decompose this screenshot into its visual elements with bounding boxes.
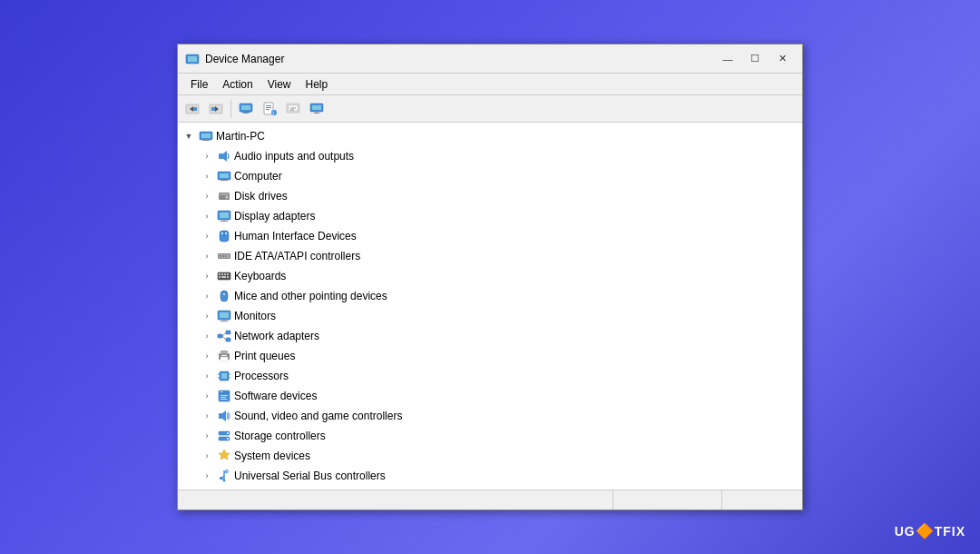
ide-icon [217, 249, 231, 263]
list-item[interactable]: › IDE ATA/ATAPI controllers [178, 246, 802, 266]
expander[interactable]: › [200, 149, 214, 163]
item-label: Keyboards [234, 270, 286, 282]
titlebar-controls: — ☐ ✕ [715, 49, 795, 69]
svg-rect-37 [220, 193, 229, 195]
list-item[interactable]: › Print queues [178, 346, 802, 366]
maximize-button[interactable]: ☐ [742, 49, 768, 69]
display-icon [217, 209, 231, 223]
svg-rect-11 [243, 113, 249, 114]
network-icon [217, 329, 231, 343]
svg-rect-84 [220, 391, 222, 392]
properties-button[interactable]: i [259, 98, 280, 120]
update-button[interactable] [282, 98, 304, 120]
list-item[interactable]: › Disk drives [178, 186, 802, 206]
svg-rect-34 [220, 173, 229, 178]
list-item[interactable]: › Display adapters [178, 206, 802, 226]
expander[interactable]: › [200, 309, 214, 323]
svg-rect-49 [220, 255, 221, 257]
sound-icon [217, 409, 231, 423]
expander[interactable]: › [200, 349, 214, 363]
tree-root[interactable]: ▼ Martin-PC [178, 126, 802, 146]
svg-point-92 [227, 432, 229, 434]
menu-view[interactable]: View [260, 76, 299, 93]
svg-point-100 [223, 480, 226, 482]
expander[interactable]: › [200, 329, 214, 343]
disk-icon [217, 189, 231, 203]
item-label: Software devices [234, 390, 317, 402]
expander[interactable]: › [200, 449, 214, 463]
svg-rect-56 [227, 273, 229, 275]
list-item[interactable]: › Universal Serial Bus controllers [178, 466, 802, 486]
item-label: Processors [234, 370, 289, 382]
svg-rect-67 [218, 334, 222, 338]
svg-rect-30 [201, 139, 211, 140]
back-button[interactable] [181, 98, 203, 120]
item-label: Disk drives [234, 190, 288, 203]
watermark: UG🔶TFIX [895, 522, 965, 539]
item-label: System devices [234, 450, 310, 462]
root-label: Martin-PC [216, 130, 265, 143]
device-tree[interactable]: ▼ Martin-PC › Audio input [178, 123, 802, 490]
expander[interactable]: › [200, 289, 214, 303]
svg-marker-94 [219, 450, 230, 460]
svg-rect-2 [190, 63, 195, 64]
expander[interactable]: › [200, 269, 214, 283]
svg-rect-54 [221, 273, 223, 275]
usb-icon [217, 469, 231, 483]
minimize-button[interactable]: — [715, 49, 740, 69]
expander[interactable]: › [200, 429, 214, 443]
expander[interactable]: › [200, 229, 214, 243]
svg-rect-69 [226, 338, 230, 341]
list-item[interactable]: › Computer [178, 166, 802, 186]
menu-action[interactable]: Action [215, 76, 260, 93]
item-label: Network adapters [234, 330, 319, 342]
display-button[interactable] [306, 98, 328, 120]
expander[interactable]: › [200, 249, 214, 263]
svg-rect-58 [221, 276, 226, 278]
list-item[interactable]: › Sound, video and game controllers [178, 406, 802, 426]
svg-point-45 [221, 232, 223, 234]
expander[interactable]: › [200, 389, 214, 403]
item-label: Print queues [234, 350, 295, 362]
expander[interactable]: › [200, 469, 214, 483]
svg-rect-5 [193, 107, 197, 111]
svg-rect-74 [220, 357, 228, 361]
forward-button[interactable] [205, 98, 227, 120]
expander[interactable]: › [200, 409, 214, 423]
list-item[interactable]: › Network adapters [178, 326, 802, 346]
window-title: Device Manager [205, 53, 715, 65]
list-item[interactable]: › Audio inputs and outputs [178, 146, 802, 166]
svg-rect-12 [241, 112, 250, 113]
menu-help[interactable]: Help [299, 76, 336, 93]
item-label: Universal Serial Bus controllers [234, 470, 386, 482]
list-item[interactable]: › Storage controllers [178, 426, 802, 446]
list-item[interactable]: › Mice and other pointing devices [178, 286, 802, 306]
list-item[interactable]: › Keyboards [178, 266, 802, 286]
list-item[interactable]: › System devices [178, 446, 802, 466]
svg-rect-55 [224, 273, 226, 275]
statusbar-center [613, 490, 722, 509]
audio-icon [217, 149, 231, 163]
svg-rect-16 [266, 109, 270, 110]
expander[interactable]: › [200, 369, 214, 383]
statusbar-right [722, 490, 802, 509]
svg-rect-59 [227, 276, 229, 278]
svg-rect-57 [219, 276, 220, 278]
list-item[interactable]: › Software devices [178, 386, 802, 406]
list-item[interactable]: › Processors [178, 366, 802, 386]
computer-view-button[interactable] [235, 98, 257, 120]
list-item[interactable]: › Monitors [178, 306, 802, 326]
svg-rect-24 [312, 105, 321, 110]
expander[interactable]: › [200, 169, 214, 183]
item-label: Storage controllers [234, 430, 326, 442]
menu-file[interactable]: File [183, 76, 215, 93]
svg-rect-31 [219, 153, 223, 159]
close-button[interactable]: ✕ [769, 49, 795, 69]
list-item[interactable]: › Human Interface Devices [178, 226, 802, 246]
expander[interactable]: › [200, 209, 214, 223]
root-expander[interactable]: ▼ [181, 129, 196, 143]
svg-rect-8 [211, 107, 215, 111]
svg-rect-77 [221, 373, 227, 379]
toolbar: i [178, 95, 802, 123]
expander[interactable]: › [200, 189, 214, 203]
